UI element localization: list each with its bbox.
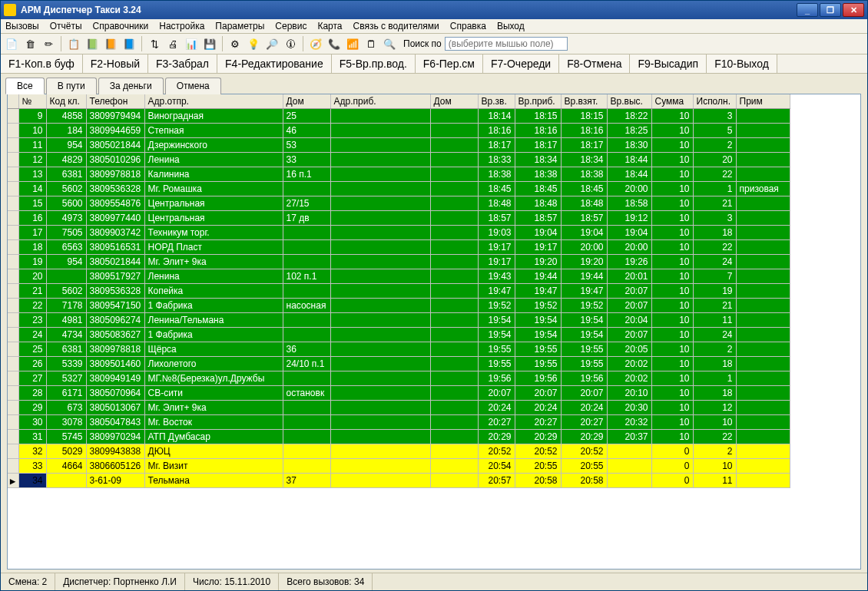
cell-dom2[interactable] xyxy=(430,284,478,299)
cell-tel[interactable]: 3809516531 xyxy=(86,240,144,255)
cell-vrvz[interactable]: 18:16 xyxy=(561,124,607,138)
cell-vrvz[interactable]: 19:56 xyxy=(561,371,607,386)
cell-vrvy[interactable]: 18:25 xyxy=(607,124,651,138)
cell-sum[interactable]: 10 xyxy=(651,138,693,153)
cell-tel[interactable]: 3805021844 xyxy=(86,138,144,153)
cell-vrzv[interactable]: 20:52 xyxy=(478,444,515,459)
cell-vrvy[interactable]: 20:05 xyxy=(607,342,651,357)
cell-tel[interactable]: 3809943838 xyxy=(86,444,144,459)
table-row[interactable]: 101843809944659Степная4618:1618:1618:161… xyxy=(8,124,790,138)
cell-dom2[interactable] xyxy=(430,357,478,371)
table-row[interactable]: 2753273809949149МГ.№8(Березка)ул.Дружбы1… xyxy=(8,371,790,386)
cell-prim[interactable] xyxy=(736,371,790,386)
cell-adr1[interactable]: Лихолетого xyxy=(144,357,283,371)
cell-adr2[interactable] xyxy=(330,357,430,371)
menu-2[interactable]: Справочники xyxy=(93,21,149,31)
cell-adr2[interactable] xyxy=(330,109,430,124)
cell-dom1[interactable] xyxy=(283,313,330,328)
cell-adr2[interactable] xyxy=(330,313,430,328)
cell-num[interactable]: 11 xyxy=(18,138,46,153)
cell-vrzv[interactable]: 18:48 xyxy=(478,196,515,211)
cell-vrzv[interactable]: 19:56 xyxy=(478,371,515,386)
cell-adr1[interactable]: Техникум торг. xyxy=(144,226,283,240)
cell-vrvz[interactable]: 20:52 xyxy=(561,444,607,459)
cell-kod[interactable] xyxy=(46,474,86,488)
cell-isp[interactable]: 22 xyxy=(693,167,736,182)
cell-vrvy[interactable] xyxy=(607,459,651,474)
cell-kod[interactable]: 7178 xyxy=(46,299,86,313)
cell-dom2[interactable] xyxy=(430,371,478,386)
cell-vrvy[interactable] xyxy=(607,474,651,488)
cell-vrzv[interactable]: 19:52 xyxy=(478,299,515,313)
cell-adr2[interactable] xyxy=(330,196,430,211)
menu-8[interactable]: Справка xyxy=(450,21,486,31)
cell-adr1[interactable]: Копейка xyxy=(144,284,283,299)
cell-adr1[interactable]: Ленина xyxy=(144,269,283,284)
cell-prim[interactable]: призовая xyxy=(736,182,790,196)
cell-vrpr[interactable]: 18:17 xyxy=(515,138,561,153)
cell-dom2[interactable] xyxy=(430,182,478,196)
cell-vrpr[interactable]: 18:16 xyxy=(515,124,561,138)
cell-adr2[interactable] xyxy=(330,153,430,167)
cell-vrvz[interactable]: 18:48 xyxy=(561,196,607,211)
column-header-2[interactable]: Телефон xyxy=(86,94,144,109)
cell-sum[interactable]: 10 xyxy=(651,357,693,371)
cell-adr1[interactable]: Мг. Восток xyxy=(144,415,283,430)
cell-tel[interactable]: 3809978818 xyxy=(86,167,144,182)
cell-tel[interactable]: 3805021844 xyxy=(86,255,144,269)
cell-vrvz[interactable]: 19:20 xyxy=(561,255,607,269)
cell-sum[interactable]: 10 xyxy=(651,240,693,255)
cell-dom2[interactable] xyxy=(430,401,478,415)
cell-vrvy[interactable]: 20:07 xyxy=(607,328,651,342)
cell-prim[interactable] xyxy=(736,211,790,226)
cell-isp[interactable]: 10 xyxy=(693,415,736,430)
menu-1[interactable]: Отчёты xyxy=(50,21,82,31)
table-row[interactable]: 1248293805010296Ленина3318:3318:3418:341… xyxy=(8,153,790,167)
table-row[interactable]: 1456023809536328Мг. Ромашка18:4518:4518:… xyxy=(8,182,790,196)
cell-isp[interactable]: 1 xyxy=(693,371,736,386)
cell-vrpr[interactable]: 19:52 xyxy=(515,299,561,313)
cell-adr1[interactable]: Центральная xyxy=(144,211,283,226)
cell-isp[interactable]: 24 xyxy=(693,255,736,269)
table-row[interactable]: 2156023809536328Копейка19:4719:4719:4720… xyxy=(8,284,790,299)
cell-kod[interactable]: 4829 xyxy=(46,153,86,167)
cell-adr2[interactable] xyxy=(330,240,430,255)
cell-dom1[interactable] xyxy=(283,430,330,444)
cell-vrpr[interactable]: 19:55 xyxy=(515,357,561,371)
cell-vrvy[interactable]: 20:00 xyxy=(607,182,651,196)
cell-sum[interactable]: 10 xyxy=(651,109,693,124)
grid-container[interactable]: №Код кл.ТелефонАдр.отпр.ДомАдр.приб.ДомВ… xyxy=(7,94,861,570)
cell-adr2[interactable] xyxy=(330,459,430,474)
cell-num[interactable]: 29 xyxy=(18,401,46,415)
cell-adr2[interactable] xyxy=(330,167,430,182)
toolbar-btn-3[interactable]: 📋 xyxy=(66,36,81,51)
cell-prim[interactable] xyxy=(736,109,790,124)
shortcut-9[interactable]: F10-Выход xyxy=(707,54,777,73)
cell-tel[interactable]: 3809903742 xyxy=(86,226,144,240)
cell-num[interactable]: 34 xyxy=(18,474,46,488)
cell-sum[interactable]: 10 xyxy=(651,328,693,342)
cell-vrvz[interactable]: 19:55 xyxy=(561,342,607,357)
cell-vrzv[interactable]: 19:47 xyxy=(478,284,515,299)
cell-prim[interactable] xyxy=(736,240,790,255)
table-row[interactable]: 3157453809970294АТП Думбасар20:2920:2920… xyxy=(8,430,790,444)
table-row[interactable]: 24473438050836271 Фабрика19:5419:5419:54… xyxy=(8,328,790,342)
shortcut-2[interactable]: F3-Забрал xyxy=(148,54,217,73)
menu-6[interactable]: Карта xyxy=(317,21,342,31)
cell-dom1[interactable] xyxy=(283,371,330,386)
cell-vrvy[interactable]: 18:58 xyxy=(607,196,651,211)
cell-dom2[interactable] xyxy=(430,430,478,444)
table-row[interactable]: 1775053809903742Техникум торг.19:0319:04… xyxy=(8,226,790,240)
cell-vrvy[interactable]: 19:04 xyxy=(607,226,651,240)
column-header-1[interactable]: Код кл. xyxy=(46,94,86,109)
cell-adr1[interactable]: СВ-сити xyxy=(144,386,283,401)
cell-vrpr[interactable]: 18:57 xyxy=(515,211,561,226)
shortcut-4[interactable]: F5-Вр.пр.вод. xyxy=(332,54,416,73)
tab-1[interactable]: В пути xyxy=(46,78,97,94)
cell-dom1[interactable]: 16 п.1 xyxy=(283,167,330,182)
cell-adr2[interactable] xyxy=(330,342,430,357)
cell-vrvz[interactable]: 19:52 xyxy=(561,299,607,313)
cell-dom2[interactable] xyxy=(430,226,478,240)
cell-adr2[interactable] xyxy=(330,299,430,313)
table-row[interactable]: 1363813809978818Калинина16 п.118:3818:38… xyxy=(8,167,790,182)
